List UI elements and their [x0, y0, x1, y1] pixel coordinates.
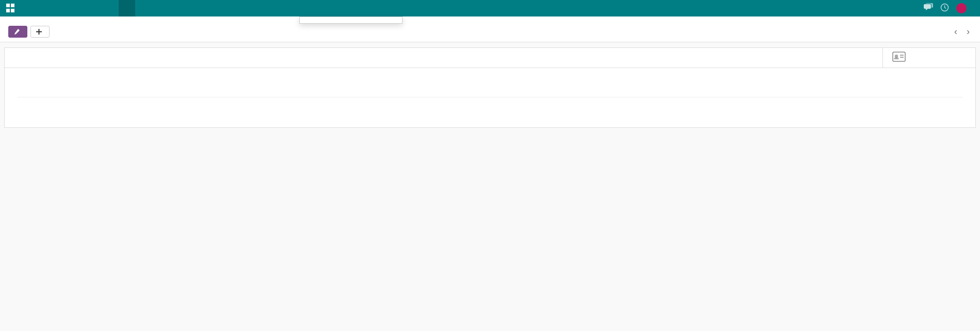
pager-next[interactable]: ›: [965, 26, 972, 37]
nav-customers[interactable]: [53, 0, 69, 16]
control-panel: ‹ ›: [0, 16, 980, 42]
user-menu[interactable]: [956, 3, 970, 13]
plus-icon: [36, 29, 42, 35]
svg-point-2: [895, 55, 898, 57]
svg-rect-1: [893, 52, 905, 61]
messages-icon[interactable]: [924, 3, 933, 13]
nav-configuration[interactable]: [119, 0, 135, 16]
content: [0, 47, 980, 128]
nav-reporting[interactable]: [102, 0, 119, 16]
nav-left: [4, 0, 135, 16]
buttons-row: ‹ ›: [8, 26, 972, 38]
avatar: [956, 3, 967, 13]
nav-accounting[interactable]: [86, 0, 102, 16]
form-sheet: [4, 68, 976, 128]
configuration-dropdown: [299, 16, 403, 24]
pencil-icon: [14, 29, 20, 35]
nav-right: [924, 3, 976, 14]
top-navbar: [0, 0, 980, 16]
edit-button[interactable]: [8, 26, 27, 38]
pager: ‹ ›: [947, 26, 972, 37]
activity-icon[interactable]: [940, 3, 949, 14]
section-accounting: [17, 95, 963, 97]
apps-icon[interactable]: [6, 4, 15, 13]
stat-bar: [4, 47, 976, 68]
pager-prev[interactable]: ‹: [952, 26, 959, 37]
id-card-icon: [892, 52, 906, 64]
assets-stat-button[interactable]: [882, 48, 975, 68]
create-button[interactable]: [30, 26, 50, 38]
nav-menu: [36, 0, 135, 16]
nav-vendors[interactable]: [69, 0, 86, 16]
nav-dashboard[interactable]: [36, 0, 53, 16]
